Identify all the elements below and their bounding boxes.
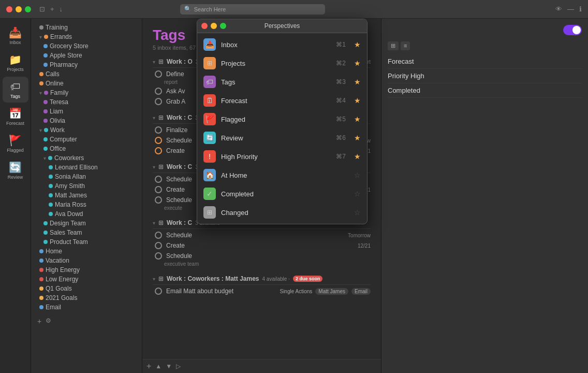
sidebar-item-online[interactable]: Online	[33, 79, 140, 88]
task-circle[interactable]	[155, 137, 162, 144]
perspective-highpriority-star[interactable]: ★	[354, 152, 361, 161]
task-circle[interactable]	[155, 232, 162, 239]
search-bar[interactable]: 🔍 Search Here	[180, 4, 325, 15]
sidebar-item-product-team[interactable]: Product Team	[33, 237, 140, 247]
popup-min-button[interactable]	[211, 23, 217, 29]
perspective-completed-star[interactable]: ☆	[354, 190, 361, 198]
perspective-changed-star[interactable]: ☆	[354, 208, 361, 217]
sidebar-item-flagged[interactable]: 🚩 Flagged	[3, 131, 28, 156]
perspective-tags-star[interactable]: ★	[354, 78, 361, 86]
sidebar-item-sonia[interactable]: Sonia Allan	[33, 172, 140, 181]
sidebar-item-low-energy[interactable]: Low Energy	[33, 275, 140, 284]
sidebar-item-teresa[interactable]: Teresa	[33, 97, 140, 107]
sidebar-item-email[interactable]: Email	[33, 303, 140, 312]
toolbar-action-button[interactable]: ▷	[176, 363, 181, 370]
list-view-button[interactable]: ≡	[401, 41, 410, 50]
perspective-item-review[interactable]: 🔄 Review ⌘6 ★	[197, 128, 367, 147]
group-chevron[interactable]: ▾	[153, 220, 155, 226]
task-circle[interactable]	[155, 242, 162, 249]
perspective-item-tags[interactable]: 🏷 Tags ⌘3 ★	[197, 73, 367, 91]
sidebar-item-design-team[interactable]: Design Team	[33, 219, 140, 228]
info-icon[interactable]: ℹ	[579, 5, 582, 13]
popup-close-button[interactable]	[201, 23, 208, 29]
sidebar-item-leonard[interactable]: Leonard Ellison	[33, 163, 140, 172]
task-circle[interactable]	[155, 98, 162, 105]
sidebar-item-coworkers[interactable]: ▾ Coworkers	[33, 153, 140, 163]
sidebar-item-pharmacy[interactable]: Pharmacy	[33, 60, 140, 69]
sidebar-item-amy[interactable]: Amy Smith	[33, 181, 140, 191]
grid-view-button[interactable]: ⊞	[388, 41, 399, 50]
toggle-switch[interactable]	[563, 25, 582, 35]
maximize-button[interactable]	[25, 6, 31, 12]
sidebar-item-review[interactable]: 🔄 Review	[3, 157, 28, 183]
sidebar-item-liam[interactable]: Liam	[33, 107, 140, 116]
table-row[interactable]: Schedule	[153, 251, 371, 261]
sidebar-item-forecast[interactable]: 📅 Forecast	[3, 104, 28, 130]
close-button[interactable]	[6, 6, 12, 12]
sidebar-item-errands[interactable]: ▾ Errands	[33, 32, 140, 41]
task-circle[interactable]	[155, 147, 162, 154]
task-circle[interactable]	[155, 176, 162, 183]
perspective-item-highpriority[interactable]: ! High Priority ⌘7 ★	[197, 147, 367, 166]
add-tag-button[interactable]: +	[37, 317, 41, 325]
table-row[interactable]: Schedule Tomorrow	[153, 230, 371, 240]
perspective-flagged-star[interactable]: ★	[354, 115, 361, 123]
popup-max-button[interactable]	[220, 23, 226, 29]
perspective-review-star[interactable]: ★	[354, 134, 361, 142]
sidebar-item-work[interactable]: ▾ Work	[33, 125, 140, 135]
sidebar-item-q1-goals[interactable]: Q1 Goals	[33, 284, 140, 293]
group-chevron[interactable]: ▾	[153, 276, 155, 282]
sidebar-item-computer[interactable]: Computer	[33, 135, 140, 144]
table-row[interactable]: Email Matt about budget Single Actions M…	[153, 286, 371, 296]
task-circle[interactable]	[155, 88, 162, 95]
eye-icon[interactable]: 👁	[555, 5, 562, 13]
perspective-item-flagged[interactable]: 🚩 Flagged ⌘5 ★	[197, 110, 367, 128]
sidebar-item-olivia[interactable]: Olivia	[33, 116, 140, 125]
perspective-inbox-star[interactable]: ★	[354, 40, 361, 49]
matt-james-tag[interactable]: Matt James	[315, 288, 348, 295]
sidebar-item-apple-store[interactable]: Apple Store	[33, 51, 140, 60]
sidebar-item-maria[interactable]: Maria Ross	[33, 200, 140, 209]
perspective-forecast-star[interactable]: ★	[354, 96, 361, 105]
minimize-button[interactable]	[16, 6, 22, 12]
sidebar-item-sales-team[interactable]: Sales Team	[33, 228, 140, 237]
sidebar-item-home[interactable]: Home	[33, 247, 140, 256]
add-icon[interactable]: +	[50, 5, 54, 13]
sidebar-item-tags[interactable]: 🏷 Tags	[3, 77, 28, 103]
toolbar-up-button[interactable]: ▲	[155, 363, 161, 370]
group-chevron[interactable]: ▾	[153, 59, 155, 65]
download-icon[interactable]: ↓	[60, 5, 63, 13]
sidebar-item-projects[interactable]: 📁 Projects	[3, 50, 28, 76]
add-task-button[interactable]: +	[146, 362, 151, 371]
task-circle[interactable]	[155, 70, 162, 78]
sidebar-item-inbox[interactable]: 📥 Inbox	[3, 23, 28, 49]
group-chevron[interactable]: ▾	[153, 115, 155, 121]
task-circle[interactable]	[155, 196, 162, 204]
task-circle[interactable]	[155, 252, 162, 260]
sidebar-item-training[interactable]: Training	[33, 23, 140, 32]
perspective-athome-star[interactable]: ☆	[354, 171, 361, 179]
task-circle[interactable]	[155, 126, 162, 134]
task-circle[interactable]	[155, 288, 162, 295]
perspective-item-athome[interactable]: 🏠 At Home ☆	[197, 166, 367, 184]
perspective-item-forecast[interactable]: 🗓 Forecast ⌘4 ★	[197, 91, 367, 110]
perspective-item-completed[interactable]: ✓ Completed ☆	[197, 184, 367, 203]
sidebar-item-vacation[interactable]: Vacation	[33, 256, 140, 265]
sidebar-item-office[interactable]: Office	[33, 144, 140, 153]
sidebar-item-calls[interactable]: Calls	[33, 69, 140, 79]
table-row[interactable]: Create 12/21	[153, 240, 371, 251]
sidebar-item-grocery-store[interactable]: Grocery Store	[33, 41, 140, 51]
perspective-item-changed[interactable]: ⊞ Changed ☆	[197, 203, 367, 222]
sidebar-item-family[interactable]: ▾ Family	[33, 88, 140, 97]
sidebar-item-high-energy[interactable]: High Energy	[33, 265, 140, 275]
group-chevron[interactable]: ▾	[153, 164, 155, 170]
sidebar-item-matt[interactable]: Matt James	[33, 191, 140, 200]
perspective-item-projects[interactable]: ⊞ Projects ⌘2 ★	[197, 54, 367, 73]
sidebar-item-ava[interactable]: Ava Dowd	[33, 209, 140, 219]
email-tag[interactable]: Email	[351, 288, 371, 295]
task-circle[interactable]	[155, 186, 162, 193]
perspective-projects-star[interactable]: ★	[354, 59, 361, 67]
minus-icon[interactable]: —	[567, 5, 574, 13]
perspective-item-inbox[interactable]: 📥 Inbox ⌘1 ★	[197, 35, 367, 54]
sidebar-toggle-icon[interactable]: ⊡	[39, 5, 45, 13]
